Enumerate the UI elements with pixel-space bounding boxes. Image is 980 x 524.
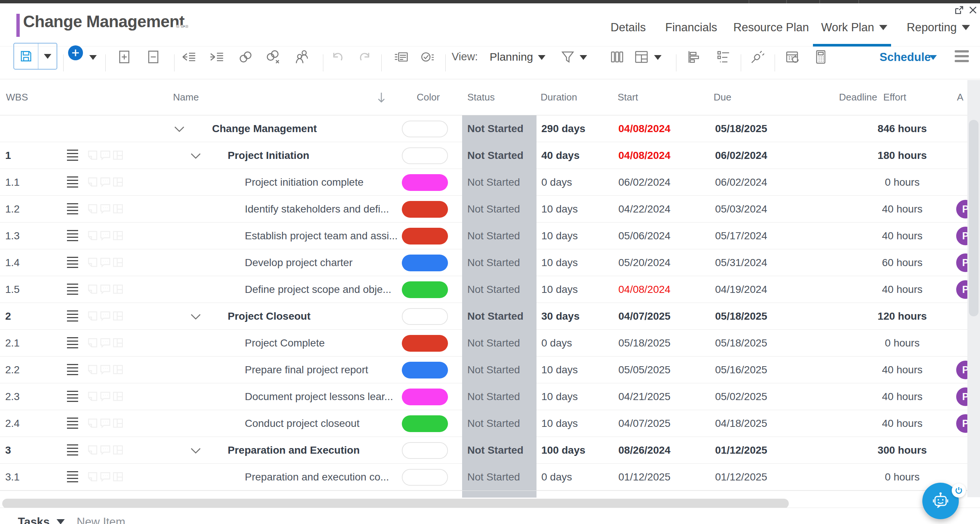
col-effort[interactable]: Effort [883, 79, 906, 115]
col-wbs[interactable]: WBS [6, 79, 28, 115]
due-date-cell[interactable]: 05/16/2025 [715, 357, 767, 383]
row-menu-icon[interactable] [67, 444, 78, 458]
effort-cell[interactable]: 0 hours [865, 330, 939, 356]
task-name[interactable]: Change Management [212, 115, 317, 142]
popout-icon[interactable] [954, 5, 965, 16]
task-name[interactable]: Preparation and Execution [228, 437, 360, 463]
duration-cell[interactable]: 0 days [541, 169, 572, 195]
row-menu-icon[interactable] [67, 337, 78, 350]
layout-grid-icon[interactable] [634, 49, 649, 64]
start-date-cell[interactable]: 04/22/2024 [618, 196, 670, 222]
color-pill[interactable] [402, 389, 448, 405]
table-row[interactable]: 1.4 Develop project charter Not Started … [0, 249, 980, 276]
color-pill[interactable] [402, 255, 448, 271]
due-date-cell[interactable]: 01/12/2025 [715, 464, 767, 490]
tab-reporting[interactable]: Reporting [907, 18, 970, 37]
task-name[interactable]: Develop project charter [245, 249, 352, 276]
view-select[interactable]: Planning [490, 51, 533, 63]
board-icon[interactable] [112, 471, 124, 484]
duration-cell[interactable]: 10 days [541, 223, 578, 249]
close-icon[interactable] [967, 5, 978, 16]
row-menu-icon[interactable] [67, 150, 78, 163]
note-icon[interactable] [87, 471, 98, 484]
board-icon[interactable] [112, 257, 124, 269]
duration-cell[interactable]: 40 days [541, 142, 580, 169]
color-pill[interactable] [402, 362, 448, 379]
color-pill[interactable] [402, 228, 448, 245]
start-date-cell[interactable]: 04/08/2024 [618, 115, 670, 142]
view-dropdown-caret[interactable] [538, 55, 546, 60]
comment-icon[interactable] [100, 471, 111, 484]
effort-cell[interactable]: 300 hours [865, 437, 939, 463]
board-icon[interactable] [112, 311, 124, 323]
save-dropdown-caret[interactable] [44, 54, 51, 59]
table-row[interactable]: 2.4 Conduct project closeout Not Started… [0, 410, 980, 437]
note-icon[interactable] [87, 230, 98, 243]
tab-work-plan[interactable]: Work Plan [821, 18, 887, 37]
comment-icon[interactable] [100, 417, 111, 430]
comment-icon[interactable] [100, 177, 111, 189]
chevron-down-icon[interactable] [57, 519, 65, 524]
comment-icon[interactable] [100, 150, 111, 162]
comment-icon[interactable] [100, 444, 111, 457]
col-due[interactable]: Due [714, 79, 732, 115]
gantt-icon[interactable] [686, 49, 701, 64]
table-row[interactable]: Change Management Not Started 290 days 0… [0, 115, 980, 142]
note-icon[interactable] [87, 444, 98, 457]
duration-cell[interactable]: 30 days [541, 303, 580, 330]
note-icon[interactable] [87, 177, 98, 189]
board-icon[interactable] [112, 230, 124, 243]
tab-resource-plan[interactable]: Resource Plan [733, 18, 809, 37]
task-name[interactable]: Prepare final project report [245, 357, 368, 383]
collapse-all-icon[interactable] [146, 49, 161, 64]
board-icon[interactable] [112, 417, 124, 430]
collapse-chevron-icon[interactable] [190, 153, 202, 161]
due-date-cell[interactable]: 05/31/2024 [715, 249, 767, 276]
due-date-cell[interactable]: 06/02/2024 [715, 169, 767, 195]
note-icon[interactable] [87, 364, 98, 377]
comment-icon[interactable] [100, 311, 111, 323]
effort-cell[interactable]: 40 hours [865, 223, 939, 249]
row-menu-icon[interactable] [67, 417, 78, 431]
start-date-cell[interactable]: 04/08/2024 [618, 142, 670, 169]
schedule-dropdown-caret[interactable] [929, 55, 937, 60]
outline-view-icon[interactable] [716, 49, 731, 64]
duration-cell[interactable]: 0 days [541, 464, 572, 490]
save-button[interactable] [13, 43, 57, 70]
col-duration[interactable]: Duration [541, 79, 577, 115]
row-menu-icon[interactable] [67, 391, 78, 404]
due-date-cell[interactable]: 06/02/2024 [715, 142, 767, 169]
task-name[interactable]: Project Closeout [228, 303, 310, 330]
due-date-cell[interactable]: 05/03/2024 [715, 196, 767, 222]
note-icon[interactable] [87, 391, 98, 403]
table-row[interactable]: 1.3 Establish project team and assi... N… [0, 223, 980, 249]
col-status[interactable]: Status [467, 79, 495, 115]
row-menu-icon[interactable] [67, 177, 78, 190]
collapse-chevron-icon[interactable] [173, 126, 185, 134]
effort-cell[interactable]: 0 hours [865, 464, 939, 490]
task-details-icon[interactable] [394, 49, 409, 64]
effort-cell[interactable]: 40 hours [865, 383, 939, 410]
board-icon[interactable] [112, 150, 124, 162]
due-date-cell[interactable]: 05/17/2024 [715, 223, 767, 249]
effort-cell[interactable]: 180 hours [865, 142, 939, 169]
table-row[interactable]: 1.5 Define project scope and obje... Not… [0, 276, 980, 303]
duration-cell[interactable]: 290 days [541, 115, 585, 142]
vertical-scrollbar-thumb[interactable] [969, 120, 978, 316]
collapse-chevron-icon[interactable] [190, 448, 202, 456]
horizontal-scrollbar-thumb[interactable] [2, 499, 789, 508]
col-deadline[interactable]: Deadline [839, 79, 877, 115]
tab-details[interactable]: Details [611, 18, 646, 37]
title-more-icon[interactable] [177, 23, 190, 29]
color-pill[interactable] [402, 201, 448, 218]
duration-cell[interactable]: 10 days [541, 276, 578, 303]
effort-cell[interactable]: 40 hours [865, 276, 939, 303]
due-date-cell[interactable]: 05/18/2025 [715, 330, 767, 356]
col-name[interactable]: Name [173, 79, 199, 115]
schedule-button[interactable]: Schedule [880, 51, 931, 64]
effort-cell[interactable]: 60 hours [865, 249, 939, 276]
comment-icon[interactable] [100, 364, 111, 377]
note-icon[interactable] [87, 311, 98, 323]
start-date-cell[interactable]: 01/12/2025 [618, 464, 670, 490]
tab-financials[interactable]: Financials [665, 18, 718, 37]
